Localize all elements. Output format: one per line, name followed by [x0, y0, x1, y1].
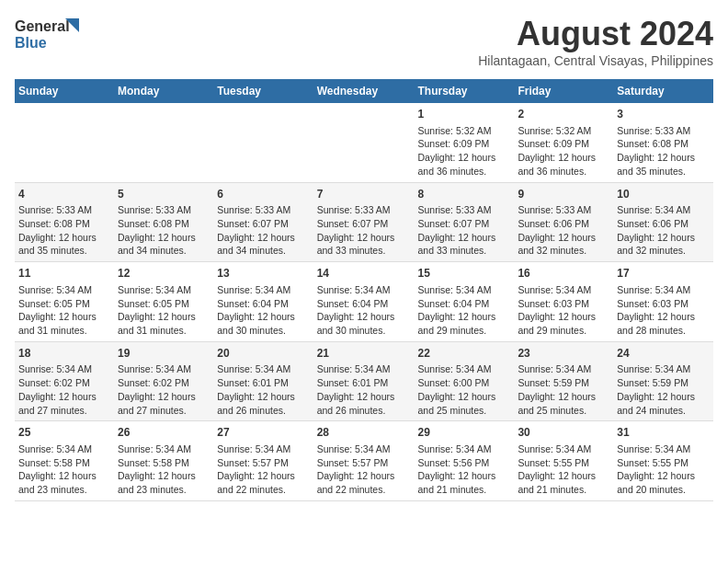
day-number: 17 [617, 266, 710, 282]
logo-svg: GeneralBlue [15, 15, 88, 55]
calendar-cell-w5d4: 28Sunrise: 5:34 AM Sunset: 5:57 PM Dayli… [313, 421, 415, 501]
day-number: 18 [18, 346, 110, 362]
day-info: Sunrise: 5:34 AM Sunset: 6:06 PM Dayligh… [617, 203, 710, 258]
calendar-cell-w2d7: 10Sunrise: 5:34 AM Sunset: 6:06 PM Dayli… [613, 182, 713, 262]
calendar-cell-w3d4: 14Sunrise: 5:34 AM Sunset: 6:04 PM Dayli… [313, 262, 415, 342]
calendar-cell-w3d5: 15Sunrise: 5:34 AM Sunset: 6:04 PM Dayli… [415, 262, 515, 342]
calendar-cell-w5d3: 27Sunrise: 5:34 AM Sunset: 5:57 PM Dayli… [213, 421, 313, 501]
calendar-cell-w4d4: 21Sunrise: 5:34 AM Sunset: 6:01 PM Dayli… [313, 341, 415, 421]
calendar-cell-w5d2: 26Sunrise: 5:34 AM Sunset: 5:58 PM Dayli… [114, 421, 213, 501]
calendar-week-row-5: 25Sunrise: 5:34 AM Sunset: 5:58 PM Dayli… [15, 421, 713, 501]
day-info: Sunrise: 5:34 AM Sunset: 6:03 PM Dayligh… [518, 283, 609, 338]
calendar-cell-w3d3: 13Sunrise: 5:34 AM Sunset: 6:04 PM Dayli… [213, 262, 313, 342]
calendar-cell-w2d4: 7Sunrise: 5:33 AM Sunset: 6:07 PM Daylig… [313, 182, 415, 262]
col-header-saturday: Saturday [613, 79, 713, 103]
day-number: 10 [617, 187, 710, 202]
day-info: Sunrise: 5:34 AM Sunset: 5:58 PM Dayligh… [18, 442, 110, 497]
day-number: 20 [217, 346, 309, 362]
calendar-cell-w1d6: 2Sunrise: 5:32 AM Sunset: 6:09 PM Daylig… [514, 103, 613, 182]
day-info: Sunrise: 5:34 AM Sunset: 5:57 PM Dayligh… [217, 442, 309, 497]
day-info: Sunrise: 5:34 AM Sunset: 5:55 PM Dayligh… [617, 442, 710, 497]
day-info: Sunrise: 5:32 AM Sunset: 6:09 PM Dayligh… [518, 124, 609, 178]
day-number: 15 [418, 266, 511, 282]
day-number: 7 [317, 187, 411, 202]
day-info: Sunrise: 5:34 AM Sunset: 5:55 PM Dayligh… [518, 442, 609, 497]
calendar-cell-w3d7: 17Sunrise: 5:34 AM Sunset: 6:03 PM Dayli… [613, 262, 713, 342]
day-number: 28 [317, 425, 411, 441]
day-info: Sunrise: 5:33 AM Sunset: 6:08 PM Dayligh… [18, 203, 110, 258]
calendar-week-row-1: 1Sunrise: 5:32 AM Sunset: 6:09 PM Daylig… [15, 103, 713, 182]
day-info: Sunrise: 5:32 AM Sunset: 6:09 PM Dayligh… [418, 124, 511, 178]
svg-text:General: General [15, 18, 70, 34]
day-number: 11 [18, 266, 110, 282]
col-header-tuesday: Tuesday [213, 79, 313, 103]
day-number: 4 [18, 187, 110, 202]
col-header-sunday: Sunday [15, 79, 114, 103]
col-header-wednesday: Wednesday [313, 79, 415, 103]
day-number: 25 [18, 425, 110, 441]
location-subtitle: Hilantagaan, Central Visayas, Philippine… [478, 53, 713, 68]
calendar-cell-w2d1: 4Sunrise: 5:33 AM Sunset: 6:08 PM Daylig… [15, 182, 114, 262]
calendar-cell-w4d7: 24Sunrise: 5:34 AM Sunset: 5:59 PM Dayli… [613, 341, 713, 421]
day-info: Sunrise: 5:34 AM Sunset: 6:00 PM Dayligh… [418, 362, 511, 417]
calendar-cell-w2d6: 9Sunrise: 5:33 AM Sunset: 6:06 PM Daylig… [514, 182, 613, 262]
calendar-cell-w5d5: 29Sunrise: 5:34 AM Sunset: 5:56 PM Dayli… [415, 421, 515, 501]
day-info: Sunrise: 5:34 AM Sunset: 5:56 PM Dayligh… [418, 442, 511, 497]
day-number: 29 [418, 425, 511, 441]
calendar-week-row-2: 4Sunrise: 5:33 AM Sunset: 6:08 PM Daylig… [15, 182, 713, 262]
day-info: Sunrise: 5:33 AM Sunset: 6:07 PM Dayligh… [317, 203, 411, 258]
day-number: 23 [518, 346, 609, 362]
calendar-cell-w1d1 [15, 103, 114, 182]
col-header-monday: Monday [114, 79, 213, 103]
day-number: 24 [617, 346, 710, 362]
day-info: Sunrise: 5:34 AM Sunset: 6:04 PM Dayligh… [317, 283, 411, 338]
day-info: Sunrise: 5:34 AM Sunset: 6:05 PM Dayligh… [18, 283, 110, 338]
calendar-cell-w3d1: 11Sunrise: 5:34 AM Sunset: 6:05 PM Dayli… [15, 262, 114, 342]
day-number: 1 [418, 107, 511, 122]
calendar-cell-w1d3 [213, 103, 313, 182]
calendar-cell-w4d5: 22Sunrise: 5:34 AM Sunset: 6:00 PM Dayli… [415, 341, 515, 421]
calendar-cell-w3d2: 12Sunrise: 5:34 AM Sunset: 6:05 PM Dayli… [114, 262, 213, 342]
calendar-cell-w5d7: 31Sunrise: 5:34 AM Sunset: 5:55 PM Dayli… [613, 421, 713, 501]
day-info: Sunrise: 5:33 AM Sunset: 6:08 PM Dayligh… [617, 124, 710, 178]
calendar-cell-w4d2: 19Sunrise: 5:34 AM Sunset: 6:02 PM Dayli… [114, 341, 213, 421]
calendar-week-row-3: 11Sunrise: 5:34 AM Sunset: 6:05 PM Dayli… [15, 262, 713, 342]
day-number: 12 [118, 266, 210, 282]
day-number: 26 [118, 425, 210, 441]
title-block: August 2024 Hilantagaan, Central Visayas… [478, 15, 713, 68]
day-number: 19 [118, 346, 210, 362]
day-info: Sunrise: 5:34 AM Sunset: 6:02 PM Dayligh… [118, 362, 210, 417]
day-info: Sunrise: 5:33 AM Sunset: 6:07 PM Dayligh… [418, 203, 511, 258]
day-number: 21 [317, 346, 411, 362]
day-number: 2 [518, 107, 609, 122]
day-info: Sunrise: 5:34 AM Sunset: 6:02 PM Dayligh… [18, 362, 110, 417]
day-number: 6 [217, 187, 309, 202]
calendar-week-row-4: 18Sunrise: 5:34 AM Sunset: 6:02 PM Dayli… [15, 341, 713, 421]
calendar-cell-w1d7: 3Sunrise: 5:33 AM Sunset: 6:08 PM Daylig… [613, 103, 713, 182]
day-info: Sunrise: 5:34 AM Sunset: 5:59 PM Dayligh… [518, 362, 609, 417]
day-number: 16 [518, 266, 609, 282]
day-number: 5 [118, 187, 210, 202]
day-info: Sunrise: 5:33 AM Sunset: 6:08 PM Dayligh… [118, 203, 210, 258]
day-number: 13 [217, 266, 309, 282]
day-number: 31 [617, 425, 710, 441]
svg-text:Blue: Blue [15, 35, 47, 51]
calendar-header-row: SundayMondayTuesdayWednesdayThursdayFrid… [15, 79, 713, 103]
calendar-cell-w1d4 [313, 103, 415, 182]
calendar-cell-w4d6: 23Sunrise: 5:34 AM Sunset: 5:59 PM Dayli… [514, 341, 613, 421]
day-info: Sunrise: 5:34 AM Sunset: 6:03 PM Dayligh… [617, 283, 710, 338]
calendar-cell-w2d2: 5Sunrise: 5:33 AM Sunset: 6:08 PM Daylig… [114, 182, 213, 262]
page-header: GeneralBlue August 2024 Hilantagaan, Cen… [15, 15, 713, 68]
calendar-cell-w1d5: 1Sunrise: 5:32 AM Sunset: 6:09 PM Daylig… [415, 103, 515, 182]
day-info: Sunrise: 5:34 AM Sunset: 6:04 PM Dayligh… [418, 283, 511, 338]
calendar-cell-w4d3: 20Sunrise: 5:34 AM Sunset: 6:01 PM Dayli… [213, 341, 313, 421]
day-info: Sunrise: 5:33 AM Sunset: 6:06 PM Dayligh… [518, 203, 609, 258]
day-number: 9 [518, 187, 609, 202]
day-number: 30 [518, 425, 609, 441]
calendar-cell-w4d1: 18Sunrise: 5:34 AM Sunset: 6:02 PM Dayli… [15, 341, 114, 421]
calendar-table: SundayMondayTuesdayWednesdayThursdayFrid… [15, 79, 713, 501]
day-info: Sunrise: 5:34 AM Sunset: 6:01 PM Dayligh… [317, 362, 411, 417]
logo: GeneralBlue [15, 15, 88, 55]
day-info: Sunrise: 5:33 AM Sunset: 6:07 PM Dayligh… [217, 203, 309, 258]
calendar-cell-w2d5: 8Sunrise: 5:33 AM Sunset: 6:07 PM Daylig… [415, 182, 515, 262]
